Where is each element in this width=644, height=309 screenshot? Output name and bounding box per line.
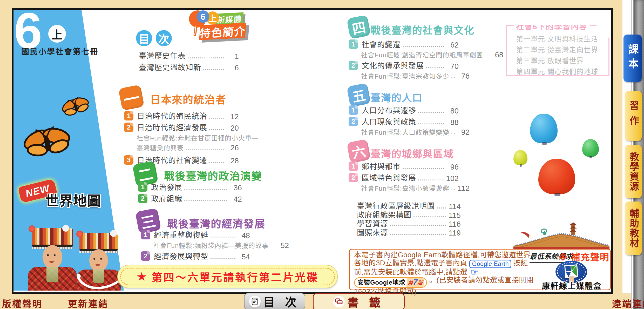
leader-dots <box>203 69 224 70</box>
toc-title-char: 目 <box>136 30 152 46</box>
row-title: 臺灣歷史溫故知新 <box>139 61 201 72</box>
sky-lantern-red <box>538 159 575 194</box>
tab-textbook[interactable]: 課本 <box>623 35 642 82</box>
leader-dots <box>184 189 227 190</box>
list-item: 第三單元 放眼看世界 <box>516 56 608 66</box>
next-volume-box: 社會6下的學習內容 第一單元 文明與科技生活 第二單元 從臺灣走向世界 第三單元… <box>506 25 609 76</box>
unit-title[interactable]: 戰後臺灣的社會與文化 <box>371 22 474 37</box>
toc-row[interactable]: 2 經濟發展與轉型 54 <box>141 250 250 261</box>
toc-row[interactable]: 2 日治時代的經濟發展 20 <box>124 121 239 132</box>
toc-row[interactable]: 1 日治時代的殖民統治 12 <box>124 110 239 121</box>
toc-row[interactable]: 圖照來源 119 <box>357 229 461 237</box>
row-number: 2 <box>141 251 150 261</box>
update-link[interactable]: 更新連結 <box>68 297 109 309</box>
list-item: 第二單元 從臺灣走向世界 <box>516 45 608 56</box>
banner-string <box>77 270 124 295</box>
leader-dots <box>188 57 224 58</box>
unit-icon: 四 <box>347 15 371 39</box>
toc-row[interactable]: 2 文化的傳承與發展 70 <box>349 59 459 71</box>
remote-link[interactable]: 遠端連線 <box>612 297 644 309</box>
toc-row[interactable]: 臺灣歷史溫故知新 6 <box>139 61 239 72</box>
list-item: 第一單元 文明與科技生活 <box>516 34 608 45</box>
leader-dots <box>451 189 455 190</box>
unit-title[interactable]: 臺灣的人口 <box>371 90 423 104</box>
leader-dots <box>451 77 455 78</box>
leader-dots <box>186 149 224 150</box>
semester-badge: 上 <box>48 25 66 43</box>
toc-subrow[interactable]: 社會Fun輕鬆:創造奇幻空間的紙風車劇團 68 <box>349 49 459 59</box>
temple-roof-photo <box>513 220 609 249</box>
toc-row[interactable]: 2 政府組織 42 <box>138 192 242 204</box>
row-number: 1 <box>349 105 358 115</box>
toc-subrow[interactable]: 社會Fun輕鬆:臺灣小鎮漫遊趣 112 <box>349 183 459 193</box>
row-number: 2 <box>124 123 133 132</box>
sky-lantern-green <box>582 139 599 157</box>
copyright-link[interactable]: 版權聲明 <box>2 297 43 309</box>
row-number: 1 <box>138 182 147 192</box>
tab-supplementary-materials[interactable]: 輔助教材 <box>625 201 642 255</box>
row-number: 2 <box>349 117 358 126</box>
row-number: 1 <box>124 111 133 120</box>
row-number: 2 <box>138 194 147 203</box>
toc-row[interactable]: 1 政治發展 36 <box>138 181 242 192</box>
toc-tab-button[interactable]: 目 次 <box>244 293 305 309</box>
toc-title-char: 次 <box>156 30 172 46</box>
feature-badge-grade: 6 <box>197 10 209 23</box>
unit-icon: 六 <box>347 139 371 163</box>
leader-dots <box>437 207 446 209</box>
leader-dots <box>426 67 444 68</box>
unit-icon: 五 <box>347 83 371 107</box>
notice-text: 本電子書內建Google Earth軟體路徑檔,可帶您遨遊世界各地的3D立體實景… <box>354 251 536 296</box>
toc-row[interactable]: 1 經濟重整與復甦 48 <box>141 229 250 240</box>
star-icon: ★ <box>136 270 147 284</box>
page-number: 6 <box>227 64 239 72</box>
row-number: 1 <box>141 230 150 239</box>
row-number: 1 <box>349 162 358 171</box>
leader-dots <box>418 123 444 124</box>
toc-row[interactable]: 2 人口現象與政策 88 <box>349 115 459 127</box>
tab-workbook[interactable]: 習作 <box>625 91 642 141</box>
banner-text: 第四〜六單元請執行第二片光碟 <box>152 269 319 284</box>
leader-dots <box>184 200 227 201</box>
row-title: 臺灣歷史年表 <box>139 50 186 61</box>
toc-row[interactable]: 臺灣歷史年表 1 <box>139 49 239 61</box>
unit-rows: 1 經濟重整與復甦 48 社會Fun輕鬆:麵粉袋內褲—美援的故事 52 2 經濟… <box>141 229 250 261</box>
appendix-list: 臺灣行政區層級說明圖 114 政府組織架構圖 115 學習資源 116 圖照來源… <box>357 202 461 237</box>
toc-row[interactable]: 1 人口分布與遷移 80 <box>349 104 459 115</box>
media-box-label: 康軒線上媒體盒 <box>534 279 609 291</box>
leader-dots <box>211 258 235 259</box>
toc-subrow[interactable]: 社會Fun輕鬆:麵粉袋內褲—美援的故事 52 <box>141 240 250 250</box>
leader-dots <box>209 162 224 163</box>
unit-title[interactable]: 日本來的統治者 <box>150 91 226 106</box>
leader-dots <box>403 46 444 47</box>
ebook-window: 6 上 國民小學社會第七冊 NEW 世界地圖 <box>0 0 644 309</box>
toc-subrow[interactable]: 社會Fun輕鬆:臺灣宗教知多少 76 <box>349 71 459 80</box>
row-number: 3 <box>124 155 133 165</box>
leader-dots <box>451 133 455 134</box>
page-number: 1 <box>227 52 239 61</box>
leader-dots <box>390 234 446 235</box>
toc-row[interactable]: 2 區域特色與發展 102 <box>349 171 459 183</box>
toc-row[interactable]: 1 鄉村與都市 96 <box>349 160 459 171</box>
sky-lantern-blue <box>530 114 558 143</box>
toc-subrow[interactable]: 社會Fun輕鬆:人口政策變變變 92 <box>349 127 459 137</box>
disc-banner: ★ 第四〜六單元請執行第二片光碟 <box>117 265 338 288</box>
series-title: 國民小學社會第七冊 <box>21 45 98 57</box>
feature-badge-line2[interactable]: 特色簡介 <box>199 23 246 40</box>
leader-dots <box>403 168 444 169</box>
world-map-label[interactable]: 世界地圖 <box>45 190 101 210</box>
leader-dots <box>413 216 446 217</box>
toc-row[interactable]: 1 社會的變遷 62 <box>349 38 459 49</box>
tab-teaching-resources[interactable]: 教學資源 <box>625 145 642 198</box>
unit-title[interactable]: 臺灣的城鄉與區域 <box>371 146 454 160</box>
bookmark-tab-button[interactable]: 書 籤 <box>313 293 405 309</box>
toc-subrow[interactable]: 臺灣糖業的興衰 26 <box>124 142 239 152</box>
install-google-earth-button[interactable]: 安裝Google地球 第 7 版 <box>354 277 427 288</box>
leader-dots <box>209 118 224 119</box>
notes-icon <box>249 296 261 307</box>
toc-subrow[interactable]: 社會Fun輕鬆:奔馳在甘蔗田裡的小火車— <box>124 132 239 142</box>
leader-dots <box>211 237 235 238</box>
leader-dots <box>418 112 444 113</box>
bookmark-icon <box>333 296 345 307</box>
row-number: 1 <box>349 39 358 49</box>
